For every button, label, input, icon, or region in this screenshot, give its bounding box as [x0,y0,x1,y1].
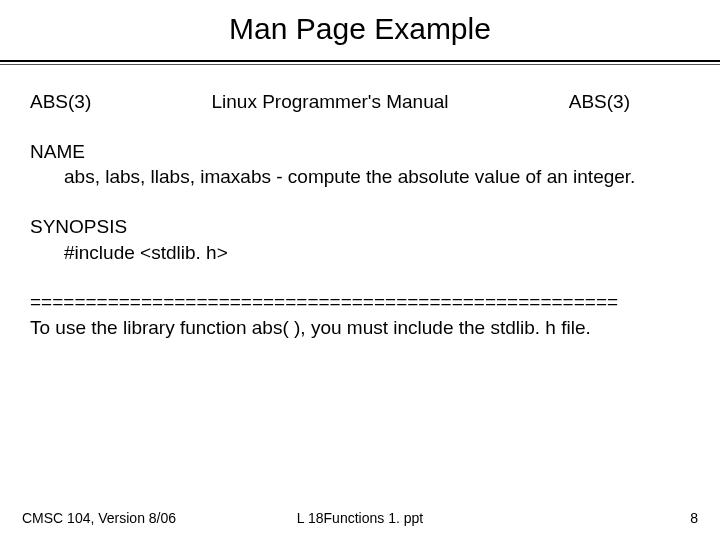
title-divider-thick [0,60,720,62]
name-body: abs, labs, llabs, imaxabs - compute the … [30,164,690,190]
footer-left: CMSC 104, Version 8/06 [22,510,176,526]
synopsis-label: SYNOPSIS [30,214,690,240]
note-text: To use the library function abs( ), you … [30,315,690,341]
name-section: NAME abs, labs, llabs, imaxabs - compute… [30,139,690,190]
synopsis-body: #include <stdlib. h> [30,240,690,266]
slide-footer: CMSC 104, Version 8/06 L 18Functions 1. … [0,510,720,526]
footer-right: 8 [690,510,698,526]
slide-title: Man Page Example [0,12,720,46]
slide-body: ABS(3) Linux Programmer's Manual ABS(3) … [0,65,720,340]
man-header-left: ABS(3) [30,89,91,115]
man-header-right: ABS(3) [569,89,630,115]
separator-line: ========================================… [30,289,690,315]
name-label: NAME [30,139,690,165]
man-header-center: Linux Programmer's Manual [212,89,449,115]
man-header-row: ABS(3) Linux Programmer's Manual ABS(3) [30,89,690,115]
synopsis-section: SYNOPSIS #include <stdlib. h> [30,214,690,265]
